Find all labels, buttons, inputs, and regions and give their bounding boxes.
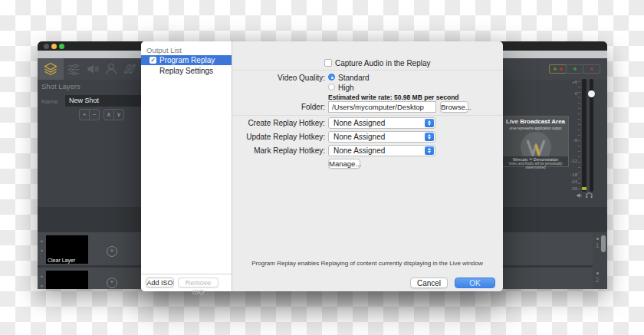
layer-number: 1 (594, 241, 600, 249)
sidebar-item-label: Program Replay (159, 55, 215, 65)
update-replay-hotkey-label: Update Replay Hotkey: (232, 133, 325, 141)
add-shot-to-layer-button[interactable]: + (107, 278, 117, 288)
high-radio[interactable] (328, 84, 335, 90)
add-shot-button[interactable]: + (79, 109, 90, 120)
person-icon[interactable] (104, 61, 119, 77)
close-button[interactable] (44, 44, 49, 49)
preview-toggle[interactable] (566, 64, 583, 74)
meter-label: 0 (562, 91, 577, 97)
shot-move-group: ∧ ∨ (104, 109, 124, 120)
shot-thumbnail[interactable] (46, 271, 88, 289)
layer2-indicator-dot (596, 272, 599, 274)
remove-shot-button[interactable]: − (89, 109, 100, 120)
mark-replay-hotkey-select[interactable]: None Assigned (328, 145, 435, 156)
stepper-icon (425, 133, 434, 141)
stepper-icon (425, 146, 434, 155)
shot-thumbnail-label: Clear Layer (48, 258, 75, 263)
write-rate-text: Estimated write rate: 50.98 MB per secon… (328, 94, 459, 101)
green-dot-icon (554, 67, 557, 71)
meter-label: -18 (562, 172, 577, 178)
row2-down-arrow-icon[interactable]: ▼ (40, 284, 44, 288)
panel-title: Shot Layers (41, 82, 80, 90)
sidebar-item-program-replay[interactable]: ✓ Program Replay (141, 55, 232, 65)
output-indicator-group (549, 64, 600, 74)
sidebar-item-replay-settings[interactable]: Replay Settings (141, 66, 232, 76)
headphones-icon[interactable] (585, 191, 593, 199)
green-dot-icon (573, 67, 577, 71)
red-dot-icon (590, 67, 593, 71)
sliders-icon[interactable] (66, 61, 81, 77)
sidebar-footer-divider (141, 274, 232, 274)
replay-settings-content: Capture Audio in the Replay Video Qualit… (232, 41, 503, 291)
transitions-icon[interactable] (122, 61, 137, 77)
folder-label: Folder: (232, 103, 325, 111)
volume-fader-knob[interactable] (588, 90, 595, 97)
standard-radio[interactable] (328, 74, 335, 80)
audio-icon[interactable] (85, 61, 100, 77)
meter-label: -36 (562, 186, 577, 192)
row1-up-arrow-icon[interactable]: ▲ (40, 238, 44, 243)
section-divider (232, 70, 503, 71)
audio-level-meter (582, 79, 586, 192)
sidebar-item-label: Replay Settings (159, 66, 213, 76)
cancel-button[interactable]: Cancel (410, 278, 448, 288)
layer-number: 2 (594, 276, 600, 284)
live-preview-toggle[interactable] (549, 64, 567, 74)
speaker-icon[interactable] (576, 192, 583, 199)
row1-down-arrow-icon[interactable]: ▼ (40, 248, 44, 253)
meter-label: -24 (562, 179, 577, 185)
output-list-sidebar: Output List ✓ Program Replay Replay Sett… (141, 41, 232, 291)
mark-replay-hotkey-label: Mark Replay Hotkey: (232, 146, 325, 155)
standard-radio-label: Standard (338, 74, 370, 82)
section-divider (232, 115, 503, 116)
create-replay-hotkey-select[interactable]: None Assigned (328, 117, 435, 129)
add-iso-button[interactable]: Add ISO (146, 278, 174, 287)
add-shot-to-layer-button[interactable]: + (107, 246, 117, 257)
folder-path-field[interactable]: /Users/mycomputer/Desktop (328, 101, 436, 113)
layer1-indicator-dot (596, 238, 599, 240)
live-toggle[interactable] (583, 64, 600, 74)
meter-ticks (578, 81, 580, 192)
output-list-header: Output List (146, 46, 182, 54)
name-label: Name (41, 98, 58, 105)
ok-button[interactable]: OK (455, 278, 495, 288)
red-dot-icon (560, 67, 563, 71)
program-replay-checkbox[interactable]: ✓ (150, 57, 156, 64)
browse-button[interactable]: Browse... (440, 101, 468, 113)
shot-thumbnail[interactable]: Clear Layer (46, 235, 88, 264)
update-replay-hotkey-select[interactable]: None Assigned (328, 131, 435, 143)
meter-level-bar (582, 187, 586, 190)
zoom-button[interactable] (59, 44, 64, 49)
video-quality-label: Video Quality: (232, 74, 325, 82)
minimize-button[interactable] (51, 44, 57, 49)
layers-icon[interactable] (43, 61, 58, 77)
manage-button[interactable]: Manage... (328, 159, 360, 169)
live-broadcast-panel: Live Broadcast Area area represents appl… (502, 116, 569, 167)
demo-watermark-text: Wirecast ™ Demonstration Video and Audio… (503, 156, 568, 166)
capture-audio-label: Capture Audio in the Replay (335, 59, 431, 67)
output-settings-dialog: Output List ✓ Program Replay Replay Sett… (141, 41, 503, 291)
move-up-button[interactable]: ∧ (104, 109, 114, 120)
shot-add-remove-group: + − (79, 109, 100, 120)
high-radio-label: High (338, 84, 354, 92)
capture-audio-checkbox[interactable] (324, 59, 332, 67)
live-panel-title: Live Broadcast Area (503, 118, 568, 125)
layers-scrollbar[interactable] (601, 235, 606, 252)
create-replay-hotkey-label: Create Replay Hotkey: (232, 119, 325, 127)
row2-up-arrow-icon[interactable]: ▲ (40, 274, 44, 278)
remove-iso-button[interactable]: Remove ISO (178, 278, 219, 287)
stepper-icon (425, 119, 434, 127)
live-panel-subtitle: area represents application output (503, 126, 568, 130)
footer-note: Program Replay enables Replaying of cont… (232, 260, 503, 267)
meter-label: +6 (562, 80, 577, 85)
move-down-button[interactable]: ∨ (113, 109, 124, 120)
